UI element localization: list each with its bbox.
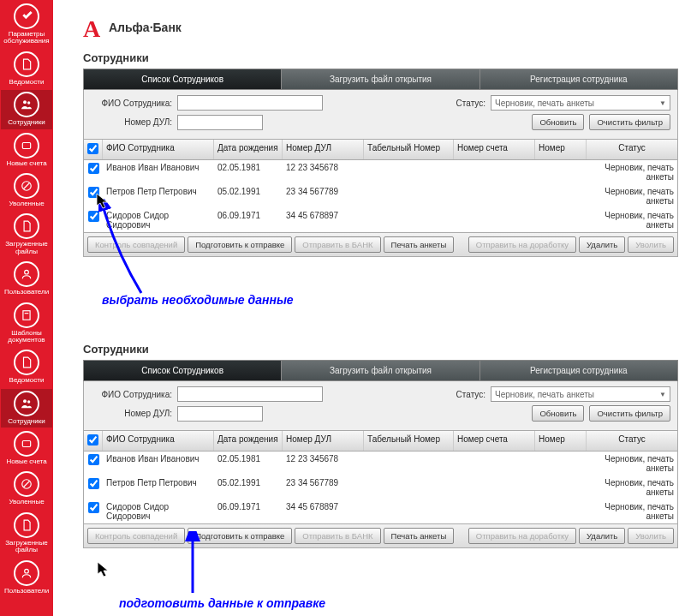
svg-line-12 — [24, 481, 30, 487]
nav-users[interactable]: Пользователи — [1, 260, 52, 298]
nav-fired-2[interactable]: Уволенные — [1, 469, 52, 508]
status-label-2: Статус: — [456, 390, 485, 399]
delete-button-2[interactable]: Удалить — [579, 528, 625, 544]
revise-button-2[interactable]: Отправить на доработку — [468, 528, 576, 544]
nav-files[interactable]: Загруженные файлы — [1, 212, 52, 258]
col-status[interactable]: Статус — [587, 140, 677, 159]
row-checkbox[interactable] — [88, 454, 99, 465]
row-checkbox[interactable] — [88, 163, 99, 174]
prepare-button[interactable]: Подготовить к отправке — [188, 236, 292, 253]
dul-input-2[interactable] — [177, 406, 263, 422]
table-row[interactable]: Иванов Иван Иванович 02.05.1981 12 23 34… — [84, 452, 677, 475]
revise-button[interactable]: Отправить на доработку — [468, 236, 576, 253]
section-title-2: Сотрудники — [83, 343, 678, 356]
nav-vedomosti-2[interactable]: Ведомости — [1, 348, 52, 386]
cursor-icon — [97, 561, 110, 578]
select-all-checkbox[interactable] — [87, 143, 98, 154]
col-dul-2[interactable]: Номер ДУЛ — [283, 431, 364, 451]
col-dob[interactable]: Дата рождения — [214, 140, 283, 159]
table-row[interactable]: Сидоров Сидор Сидорович 06.09.1971 34 45… — [84, 499, 677, 523]
status-select-2[interactable]: Черновик, печать анкеты▼ — [491, 386, 670, 402]
fired-icon — [14, 471, 39, 497]
section-title-1: Сотрудники — [83, 51, 678, 64]
nav-settings[interactable]: Параметры обслуживания — [1, 2, 52, 48]
fired-icon — [14, 173, 39, 199]
nav-files-2[interactable]: Загруженные файлы — [1, 511, 52, 557]
brand: A Альфа·Банк — [83, 15, 678, 39]
nav-employees[interactable]: Сотрудники — [1, 90, 52, 129]
doc-icon — [14, 350, 39, 375]
row-checkbox[interactable] — [88, 502, 99, 513]
status-label: Статус: — [456, 99, 485, 108]
col-tab[interactable]: Табельный Номер — [364, 140, 454, 159]
status-select[interactable]: Черновик, печать анкеты▼ — [491, 95, 670, 111]
select-all-checkbox-2[interactable] — [87, 434, 98, 446]
print-button-2[interactable]: Печать анкеты — [384, 528, 455, 544]
main-content: A Альфа·Банк Сотрудники Список Сотрудник… — [53, 0, 685, 616]
nav-new-accounts[interactable]: Новые счета — [1, 131, 52, 170]
arrow-annotation-2 — [171, 531, 240, 600]
col-dul[interactable]: Номер ДУЛ — [283, 140, 364, 159]
refresh-button-2[interactable]: Обновить — [532, 405, 584, 422]
filter-box-1: ФИО Сотрудника: Статус: Черновик, печать… — [83, 90, 678, 140]
refresh-button[interactable]: Обновить — [532, 114, 584, 130]
print-button[interactable]: Печать анкеты — [384, 236, 455, 253]
tab-register-2[interactable]: Регистрация сотрудника — [480, 361, 677, 380]
tab-list-2[interactable]: Список Сотрудников — [84, 361, 282, 380]
col-tab-2[interactable]: Табельный Номер — [364, 431, 454, 451]
row-checkbox[interactable] — [88, 478, 99, 489]
fio-label-2: ФИО Сотрудника: — [91, 390, 172, 399]
nav-fired[interactable]: Уволенные — [1, 171, 52, 210]
dul-label: Номер ДУЛ: — [91, 117, 172, 127]
dul-input[interactable] — [177, 115, 263, 130]
grid-header-2: ФИО Сотрудника Дата рождения Номер ДУЛ Т… — [83, 431, 678, 452]
nav-employees-2[interactable]: Сотрудники — [1, 389, 52, 428]
tabbar-1: Список Сотрудников Загрузить файл открыт… — [83, 69, 678, 90]
user-icon — [14, 261, 39, 287]
col-num-2[interactable]: Номер — [535, 431, 587, 451]
fire-button[interactable]: Уволить — [628, 236, 674, 253]
col-dob-2[interactable]: Дата рождения — [214, 431, 283, 451]
col-fio-2[interactable]: ФИО Сотрудника — [103, 431, 214, 451]
grid-header-1: ФИО Сотрудника Дата рождения Номер ДУЛ Т… — [83, 140, 678, 160]
tab-upload[interactable]: Загрузить файл открытия — [282, 69, 480, 89]
nav-templates[interactable]: Шаблоны документов — [1, 301, 52, 347]
table-row[interactable]: Петров Петр Петрович 05.02.1991 23 34 56… — [84, 475, 677, 499]
col-acc[interactable]: Номер счета — [454, 140, 535, 159]
fio-input-2[interactable] — [177, 386, 323, 402]
tab-upload-2[interactable]: Загрузить файл открытия — [282, 361, 480, 380]
svg-point-13 — [25, 569, 29, 573]
tab-register[interactable]: Регистрация сотрудника — [480, 69, 677, 89]
user-icon — [14, 560, 39, 586]
svg-rect-6 — [23, 310, 30, 320]
doc-icon — [14, 51, 39, 77]
tab-list[interactable]: Список Сотрудников — [84, 69, 282, 89]
svg-line-4 — [24, 182, 30, 188]
nav-vedomosti[interactable]: Ведомости — [1, 50, 52, 88]
nav-new-accounts-2[interactable]: Новые счета — [1, 429, 52, 468]
chevron-down-icon: ▼ — [659, 99, 666, 107]
col-status-2[interactable]: Статус — [587, 431, 677, 451]
brand-text: Альфа·Банк — [109, 21, 182, 34]
table-row[interactable]: Иванов Иван Иванович 02.05.1981 12 23 34… — [84, 160, 677, 184]
svg-rect-10 — [22, 441, 30, 447]
delete-button[interactable]: Удалить — [579, 236, 625, 253]
col-fio[interactable]: ФИО Сотрудника — [103, 140, 214, 159]
cursor-icon — [96, 193, 110, 210]
clear-filter-button[interactable]: Очистить фильтр — [589, 114, 670, 130]
row-checkbox[interactable] — [88, 211, 99, 222]
file-icon — [14, 213, 39, 239]
svg-point-1 — [27, 102, 30, 105]
col-num[interactable]: Номер — [535, 140, 587, 159]
fire-button-2[interactable]: Уволить — [628, 528, 674, 544]
tabbar-2: Список Сотрудников Загрузить файл открыт… — [83, 360, 678, 381]
fio-input[interactable] — [177, 95, 323, 111]
send-button[interactable]: Отправить в БАНК — [295, 236, 380, 253]
nav-users-2[interactable]: Пользователи — [1, 559, 52, 597]
send-button-2[interactable]: Отправить в БАНК — [295, 528, 380, 544]
col-acc-2[interactable]: Номер счета — [454, 431, 535, 451]
clear-filter-button-2[interactable]: Очистить фильтр — [589, 405, 670, 422]
dul-label-2: Номер ДУЛ: — [91, 409, 172, 418]
file-icon — [14, 512, 39, 538]
svg-point-8 — [23, 399, 27, 403]
